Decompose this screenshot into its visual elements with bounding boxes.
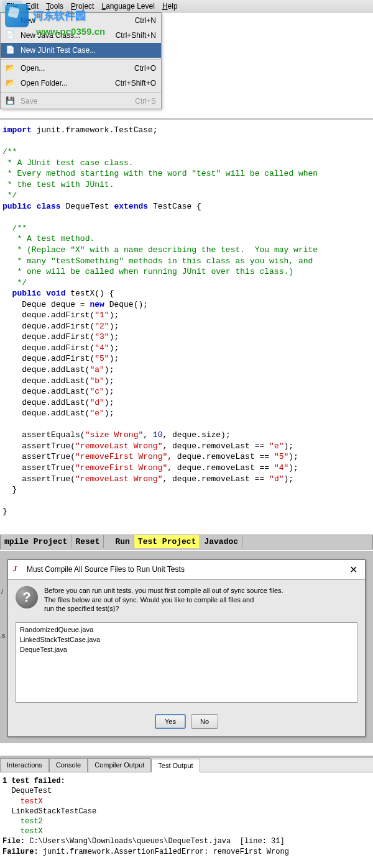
menu-open-folder-label: Open Folder... — [21, 79, 103, 88]
code-string: "removeFirst Wrong" — [75, 452, 167, 461]
code-comment: */ — [12, 278, 27, 287]
tab-test-output[interactable]: Test Output — [151, 759, 200, 772]
code-string: "5" — [274, 452, 288, 461]
code-text: deque.addLast( — [2, 398, 90, 407]
menu-help[interactable]: Help — [159, 1, 182, 12]
output-pass-line: test2 — [2, 817, 43, 826]
code-text: ); — [288, 452, 298, 461]
dialog-msg-line: The files below are out of sync. Would y… — [44, 595, 283, 605]
menu-new-java-class-shortcut: Ctrl+Shift+N — [103, 31, 156, 40]
code-kw: void — [46, 289, 65, 298]
code-text: deque.addFirst( — [2, 322, 94, 331]
menu-open-folder[interactable]: 📂 Open Folder... Ctrl+Shift+O — [1, 76, 161, 91]
yes-button[interactable]: Yes — [155, 714, 186, 729]
code-string: "removeLast Wrong" — [75, 474, 162, 484]
new-file-icon: 📄 — [6, 16, 17, 25]
app-icon: J — [13, 564, 23, 574]
code-text: Deque deque = — [2, 300, 90, 309]
code-text: ); — [109, 322, 119, 331]
code-text: ); — [109, 343, 119, 353]
code-kw: public — [2, 202, 32, 211]
code-text: ); — [288, 463, 298, 472]
menu-separator-2 — [1, 92, 161, 93]
menu-new-java-class-label: New Java Class... — [21, 31, 103, 40]
code-text: assertTrue( — [2, 463, 75, 472]
close-icon[interactable]: ✕ — [347, 564, 360, 576]
menu-save-label: Save — [21, 97, 122, 106]
code-text: , deque.removeLast == — [162, 474, 269, 484]
code-text: deque.addFirst( — [2, 310, 94, 320]
code-number: 10 — [153, 430, 163, 440]
menu-new-java-class[interactable]: 📄 New Java Class... Ctrl+Shift+N — [1, 28, 161, 43]
code-comment: * many "testSomething" methods in this c… — [12, 256, 313, 266]
menu-language-level[interactable]: Language Level — [98, 1, 158, 12]
build-toolbar: mpile Project Reset Run Test Project Jav… — [0, 535, 373, 549]
menu-new-junit-test[interactable]: 📄 New JUnit Test Case... — [1, 43, 161, 58]
compile-project-button[interactable]: mpile Project — [1, 535, 71, 548]
code-text: ); — [109, 332, 119, 341]
code-text: assertTrue( — [2, 474, 75, 484]
code-text: } — [2, 507, 7, 516]
tab-interactions[interactable]: Interactions — [0, 758, 49, 772]
output-pass-line: testX — [2, 827, 43, 836]
code-comment: */ — [2, 191, 17, 200]
tab-compiler-output[interactable]: Compiler Output — [88, 758, 151, 772]
menu-project[interactable]: Project — [67, 1, 98, 12]
output-line: junit.framework.AssertionFailedError: re… — [43, 848, 289, 856]
test-project-button[interactable]: Test Project — [134, 535, 201, 548]
code-string: "4" — [94, 343, 109, 353]
menu-tools[interactable]: Tools — [42, 1, 67, 12]
code-text: Deque(); — [104, 300, 148, 309]
code-text: assertEquals( — [2, 430, 85, 440]
code-text: ); — [104, 376, 114, 386]
code-text: , deque.removeLast == — [167, 463, 274, 472]
code-string: "3" — [94, 332, 109, 341]
java-class-icon: 📄 — [6, 30, 17, 40]
menu-new[interactable]: 📄 New Ctrl+N — [1, 13, 161, 28]
code-text: deque.addLast( — [2, 387, 90, 396]
code-text: assertTrue( — [2, 441, 75, 451]
code-text: DequeTest — [61, 202, 114, 211]
reset-button[interactable]: Reset — [71, 535, 104, 548]
code-text: assertTrue( — [2, 452, 75, 461]
menu-edit[interactable]: Edit — [22, 1, 42, 12]
menu-file[interactable]: File — [2, 1, 22, 12]
menu-open-label: Open... — [21, 64, 122, 73]
code-string: "removeLast Wrong" — [75, 441, 162, 451]
code-text: , deque.size); — [162, 430, 230, 440]
code-text: deque.addLast( — [2, 365, 90, 374]
code-string: "4" — [274, 463, 288, 472]
no-button[interactable]: No — [191, 714, 218, 729]
code-text: deque.addFirst( — [2, 343, 94, 353]
dialog-body: ? Before you can run unit tests, you mus… — [8, 580, 365, 620]
side-marker: / — [1, 588, 3, 595]
output-line: C:\Users\Wang\Downloads\queues\DequeTest… — [29, 837, 284, 846]
code-kw: import — [2, 125, 32, 135]
tab-console[interactable]: Console — [49, 758, 88, 772]
dialog-buttons: Yes No — [8, 709, 365, 736]
menu-save: 💾 Save Ctrl+S — [1, 94, 161, 109]
run-button[interactable]: Run — [111, 535, 134, 548]
output-label: File: — [2, 837, 29, 846]
junit-icon: 📄 — [6, 45, 17, 55]
code-text: deque.addLast( — [2, 376, 90, 386]
code-text: , — [143, 430, 153, 440]
code-comment: /** — [12, 224, 27, 233]
menu-open[interactable]: 📂 Open... Ctrl+O — [1, 61, 161, 76]
test-output-content[interactable]: 1 test failed: DequeTest testX LinkedSta… — [0, 772, 373, 861]
code-string: "c" — [90, 387, 104, 396]
code-text: ); — [104, 365, 114, 374]
output-line: 1 test failed: — [2, 777, 65, 785]
code-editor[interactable]: import junit.framework.TestCase; /** * A… — [0, 118, 373, 522]
list-item[interactable]: DequeTest.java — [20, 645, 353, 655]
list-item[interactable]: RandomizedQueue.java — [20, 625, 353, 635]
list-item[interactable]: LinkedStackTestCase.java — [20, 635, 353, 645]
code-text: ); — [104, 409, 114, 418]
javadoc-button[interactable]: Javadoc — [200, 535, 242, 548]
menu-new-label: New — [21, 16, 122, 25]
dialog-file-list[interactable]: RandomizedQueue.java LinkedStackTestCase… — [16, 622, 357, 703]
code-text: } — [2, 485, 17, 494]
code-text: ); — [104, 387, 114, 396]
code-string: "d" — [269, 474, 283, 484]
dialog-title: Must Compile All Source Files to Run Uni… — [27, 565, 347, 574]
